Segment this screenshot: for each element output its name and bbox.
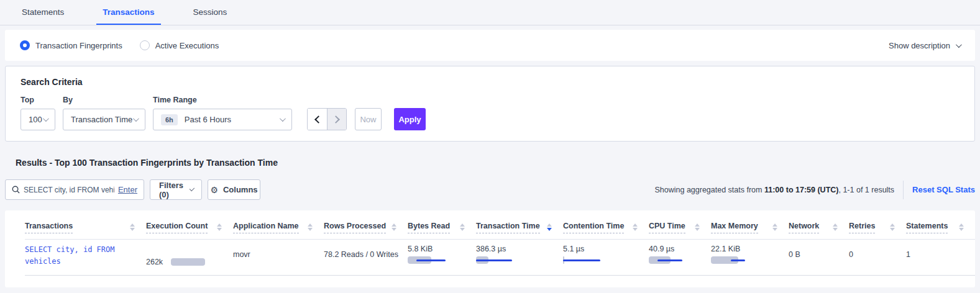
by-select-value: Transaction Time <box>71 115 132 124</box>
time-next-button[interactable] <box>327 109 346 130</box>
column-header-transactions[interactable]: Transactions <box>25 210 146 233</box>
column-header-transaction-time[interactable]: Transaction Time <box>476 210 563 233</box>
search-criteria-card: Search Criteria Top 100 By Transaction T… <box>5 66 975 142</box>
column-header-contention-time[interactable]: Contention Time <box>563 210 649 233</box>
tab-sessions[interactable]: Sessions <box>187 0 234 25</box>
sort-icon <box>130 223 135 231</box>
cell-application-name: movr <box>233 240 324 275</box>
table-row: SELECT city, id FROM vehicles 262k movr … <box>25 240 975 276</box>
top-field: Top 100 <box>21 96 55 130</box>
sort-icon <box>833 223 838 231</box>
tab-transactions[interactable]: Transactions <box>96 0 160 25</box>
radio-unselected-icon <box>140 40 150 50</box>
reset-sql-stats-link[interactable]: Reset SQL Stats <box>912 185 975 194</box>
radio-label: Active Executions <box>155 41 219 50</box>
sql-search-box[interactable]: Enter <box>5 179 144 200</box>
sort-icon <box>392 223 396 231</box>
max-memory-value: 22.1 KiB <box>711 245 780 253</box>
search-icon <box>12 186 20 194</box>
sort-icon <box>890 223 895 231</box>
execution-count-bar <box>171 258 205 266</box>
column-header-max-memory[interactable]: Max Memory <box>711 210 789 233</box>
cell-max-memory: 22.1 KiB <box>711 240 789 275</box>
cell-execution-count: 262k <box>146 240 233 275</box>
time-nav-group <box>307 108 347 130</box>
gear-icon: ⚙ <box>210 185 218 195</box>
column-header-rows-processed[interactable]: Rows Processed <box>324 210 408 233</box>
radio-selected-icon <box>20 40 30 50</box>
sort-icon <box>460 223 465 231</box>
filters-label: Filters (0) <box>159 181 185 199</box>
search-criteria-form: Top 100 By Transaction Time Time Range 6… <box>21 96 959 130</box>
stats-suffix: , 1-1 of 1 results <box>838 186 894 194</box>
cell-retries: 0 <box>849 240 906 275</box>
cell-network: 0 B <box>789 240 849 275</box>
arrow-right-icon <box>332 115 340 124</box>
transaction-time-bar-chart <box>476 256 554 264</box>
chevron-down-icon <box>43 115 49 122</box>
cell-rows-processed: 78.2 Reads / 0 Writes <box>324 240 408 275</box>
column-header-execution-count[interactable]: Execution Count <box>146 210 233 233</box>
time-range-label: Time Range <box>153 96 300 104</box>
search-submit-enter[interactable]: Enter <box>118 185 137 194</box>
column-header-application-name[interactable]: Application Name <box>233 210 324 233</box>
columns-button[interactable]: ⚙ Columns <box>208 179 260 200</box>
column-header-statements[interactable]: Statements <box>906 210 975 233</box>
sort-icon <box>695 223 700 231</box>
now-button[interactable]: Now <box>355 108 382 130</box>
radio-active-executions[interactable]: Active Executions <box>140 40 219 50</box>
column-header-retries[interactable]: Retries <box>849 210 906 233</box>
cell-cpu-time: 40.9 µs <box>649 240 711 275</box>
stats-range: 11:00 to 17:59 (UTC) <box>764 186 838 194</box>
cell-transaction-time: 386.3 µs <box>476 240 563 275</box>
show-description-label: Show description <box>889 41 950 50</box>
time-prev-button[interactable] <box>308 109 327 130</box>
apply-button[interactable]: Apply <box>394 108 426 130</box>
search-input[interactable] <box>24 186 114 194</box>
chevron-down-icon <box>280 115 286 122</box>
column-header-bytes-read[interactable]: Bytes Read <box>408 210 476 233</box>
radio-label: Transaction Fingerprints <box>35 41 122 50</box>
columns-label: Columns <box>223 185 258 194</box>
results-toolbar: Enter Filters (0) ⚙ Columns Showing aggr… <box>5 179 975 200</box>
top-select[interactable]: 100 <box>21 109 55 130</box>
sort-icon <box>308 223 313 231</box>
transaction-fingerprint-link[interactable]: SELECT city, id FROM vehicles <box>25 240 137 267</box>
sort-icon <box>959 223 964 231</box>
cell-contention-time: 5.1 µs <box>563 240 649 275</box>
column-header-network[interactable]: Network <box>789 210 849 233</box>
by-label: By <box>63 96 145 104</box>
top-label: Top <box>21 96 55 104</box>
vertical-divider <box>903 181 904 199</box>
aggregated-stats-text: Showing aggregated stats from 11:00 to 1… <box>654 186 894 194</box>
execution-count-value: 262k <box>146 258 163 266</box>
time-range-select[interactable]: 6h Past 6 Hours <box>153 109 292 130</box>
show-description-toggle[interactable]: Show description <box>889 41 960 50</box>
contention-time-bar-chart <box>563 256 640 264</box>
cpu-time-value: 40.9 µs <box>649 245 702 253</box>
chevron-down-icon <box>133 115 139 122</box>
column-header-cpu-time[interactable]: CPU Time <box>649 210 711 233</box>
cell-transaction: SELECT city, id FROM vehicles <box>25 240 146 275</box>
by-select[interactable]: Transaction Time <box>63 109 145 130</box>
view-toggle-row: Transaction Fingerprints Active Executio… <box>5 30 975 61</box>
tab-statements[interactable]: Statements <box>16 0 70 25</box>
bytes-read-value: 5.8 KiB <box>408 245 467 253</box>
contention-time-value: 5.1 µs <box>563 245 640 253</box>
by-field: By Transaction Time <box>63 96 145 130</box>
top-select-value: 100 <box>29 115 42 124</box>
results-table: Transactions Execution Count Application… <box>5 210 975 287</box>
sort-icon <box>633 223 638 231</box>
table-header-row: Transactions Execution Count Application… <box>25 210 975 240</box>
stats-area: Showing aggregated stats from 11:00 to 1… <box>654 181 975 199</box>
cell-bytes-read: 5.8 KiB <box>408 240 476 275</box>
arrow-left-icon <box>314 115 323 124</box>
cell-statements: 1 <box>906 240 975 275</box>
time-range-value: Past 6 Hours <box>185 115 231 124</box>
bytes-read-bar-chart <box>408 256 467 264</box>
chevron-down-icon <box>190 186 195 192</box>
radio-transaction-fingerprints[interactable]: Transaction Fingerprints <box>20 40 122 50</box>
sort-desc-icon <box>547 223 552 231</box>
filters-button[interactable]: Filters (0) <box>150 179 202 200</box>
max-memory-bar-chart <box>711 256 780 264</box>
